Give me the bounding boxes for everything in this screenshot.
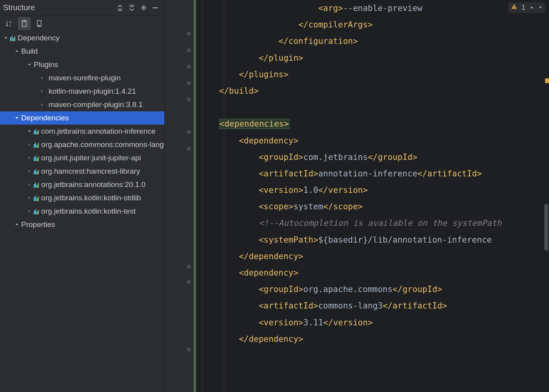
- scroll-marker[interactable]: [545, 78, 549, 83]
- code-editor[interactable]: <arg>--enable-preview </compilerArgs> </…: [165, 0, 549, 392]
- tree-item-dependency[interactable]: org.jetbrains:annotations:20.1.0: [0, 178, 164, 191]
- tree-item-dependencies[interactable]: Dependencies: [0, 111, 164, 125]
- tree-item-build[interactable]: Build: [0, 45, 164, 58]
- code-line: <arg>--enable-preview: [196, 0, 549, 16]
- code-line: <systemPath>${basedir}/lib/annotation-in…: [196, 232, 549, 248]
- chevron-right-icon[interactable]: [26, 168, 33, 175]
- structure-panel: Structure az Dependency: [0, 0, 165, 392]
- fold-marker-icon[interactable]: [187, 62, 193, 67]
- code-line: </plugins>: [196, 66, 549, 83]
- minimize-icon[interactable]: [149, 2, 161, 14]
- chevron-right-icon[interactable]: [38, 88, 45, 95]
- code-line: [196, 99, 549, 116]
- structure-header: Structure: [0, 0, 164, 16]
- tree-item-dependency[interactable]: org.junit.jupiter:junit-jupiter-api: [0, 151, 164, 165]
- chevron-down-icon[interactable]: [13, 221, 20, 228]
- tree-item-label: Properties: [21, 220, 55, 229]
- tree-item-properties[interactable]: Properties: [0, 218, 164, 231]
- structure-tree: Dependency Build Plugins m maven-surefir…: [0, 31, 164, 392]
- chevron-right-icon[interactable]: [26, 154, 33, 162]
- fold-marker-icon[interactable]: [187, 29, 193, 34]
- fold-marker-icon[interactable]: [187, 345, 193, 350]
- chevron-down-icon[interactable]: [26, 61, 33, 68]
- tree-item-dependency[interactable]: org.hamcrest:hamcrest-library: [0, 165, 164, 178]
- fold-marker-icon[interactable]: [187, 45, 193, 51]
- tree-item-label: kotlin-maven-plugin:1.4.21: [49, 87, 136, 96]
- dependency-icon: [34, 168, 39, 174]
- code-line: <groupId>com.jetbrains</groupId>: [196, 149, 549, 165]
- fold-marker-icon[interactable]: [187, 278, 193, 284]
- dependency-icon: [34, 155, 39, 161]
- code-line: <dependencies>: [196, 116, 549, 132]
- structure-toolbar: az: [0, 16, 164, 31]
- tree-item-label: Build: [21, 47, 38, 56]
- tree-item-plugin[interactable]: m kotlin-maven-plugin:1.4.21: [0, 85, 164, 98]
- fold-marker-icon[interactable]: [187, 262, 193, 267]
- tree-item-label: maven-surefire-plugin: [49, 74, 121, 82]
- tree-item-plugin[interactable]: m maven-surefire-plugin: [0, 71, 164, 85]
- tree-item-label: org.jetbrains:annotations:20.1.0: [41, 180, 145, 189]
- dependency-icon: [34, 195, 39, 201]
- chevron-down-icon[interactable]: [13, 114, 20, 122]
- chevron-right-icon[interactable]: [26, 141, 33, 148]
- fold-marker-icon[interactable]: [187, 95, 193, 100]
- fold-marker-icon[interactable]: [187, 129, 193, 134]
- tree-item-label: Plugins: [34, 60, 58, 69]
- chevron-down-icon[interactable]: [13, 48, 20, 55]
- expand-all-icon[interactable]: [114, 2, 126, 14]
- dependency-icon: [34, 142, 39, 148]
- code-line: <!--Autocompletion is available on the s…: [196, 215, 549, 231]
- dependency-icon: [34, 181, 39, 188]
- chevron-down-icon[interactable]: [2, 34, 9, 42]
- chevron-right-icon[interactable]: [26, 181, 33, 188]
- warning-icon: [511, 3, 518, 12]
- panel-title: Structure: [3, 3, 114, 12]
- tree-item-label: com.jetbrains:annotation-inference: [41, 127, 156, 136]
- tree-item-label: org.junit.jupiter:junit-jupiter-api: [41, 154, 141, 162]
- tree-item-plugin[interactable]: m maven-compiler-plugin:3.8.1: [0, 98, 164, 111]
- vertical-scrollbar[interactable]: [544, 204, 548, 251]
- tree-item-dependency[interactable]: org.jetbrains.kotlin:kotlin-stdlib: [0, 191, 164, 205]
- tree-item-label: org.jetbrains.kotlin:kotlin-stdlib: [41, 194, 141, 202]
- problems-widget[interactable]: 1: [508, 2, 545, 13]
- autoscroll-to-source-icon[interactable]: [18, 17, 31, 30]
- tree-item-dependency[interactable]: org.jetbrains.kotlin:kotlin-test: [0, 205, 164, 218]
- next-problem-icon[interactable]: [538, 4, 543, 12]
- sort-alpha-icon[interactable]: az: [3, 17, 16, 30]
- code-content[interactable]: <arg>--enable-preview </compilerArgs> </…: [196, 0, 549, 392]
- tree-item-dependency[interactable]: com.jetbrains:annotation-inference: [0, 125, 164, 138]
- code-line: </dependency>: [196, 331, 549, 347]
- dependency-icon: [10, 35, 15, 41]
- problems-count: 1: [522, 4, 525, 12]
- fold-marker-icon[interactable]: [187, 78, 193, 84]
- chevron-right-icon[interactable]: [38, 101, 45, 108]
- tree-item-label: maven-compiler-plugin:3.8.1: [49, 100, 143, 109]
- autoscroll-from-source-icon[interactable]: [33, 17, 45, 30]
- chevron-right-icon[interactable]: [26, 208, 33, 215]
- dependency-icon: [34, 128, 39, 134]
- prev-problem-icon[interactable]: [529, 4, 534, 12]
- code-line: <dependency>: [196, 265, 549, 281]
- svg-text:z: z: [9, 24, 11, 27]
- code-line: </dependency>: [196, 248, 549, 265]
- gear-icon[interactable]: [138, 2, 149, 14]
- collapse-all-icon[interactable]: [126, 2, 138, 14]
- code-line: </configuration>: [196, 33, 549, 49]
- chevron-right-icon[interactable]: [38, 74, 45, 82]
- tree-item-plugins[interactable]: Plugins: [0, 58, 164, 71]
- tree-item-label: org.jetbrains.kotlin:kotlin-test: [41, 207, 136, 216]
- fold-marker-icon[interactable]: [187, 145, 193, 151]
- code-line: <groupId>org.apache.commons</groupId>: [196, 281, 549, 298]
- tree-item-dependency[interactable]: org.apache.commons:commons-lang3: [0, 138, 164, 151]
- tree-item-dependency-root[interactable]: Dependency: [0, 31, 164, 45]
- code-line: </compilerArgs>: [196, 16, 549, 33]
- code-line: </build>: [196, 83, 549, 99]
- editor-gutter: [165, 0, 194, 392]
- code-line: <version>3.11</version>: [196, 314, 549, 331]
- chevron-down-icon[interactable]: [26, 128, 33, 135]
- code-line: <version>1.0</version>: [196, 182, 549, 198]
- svg-rect-18: [514, 8, 514, 9]
- tree-item-label: org.hamcrest:hamcrest-library: [41, 167, 140, 176]
- code-line: <artifactId>annotation-inference</artifa…: [196, 165, 549, 182]
- chevron-right-icon[interactable]: [26, 194, 33, 201]
